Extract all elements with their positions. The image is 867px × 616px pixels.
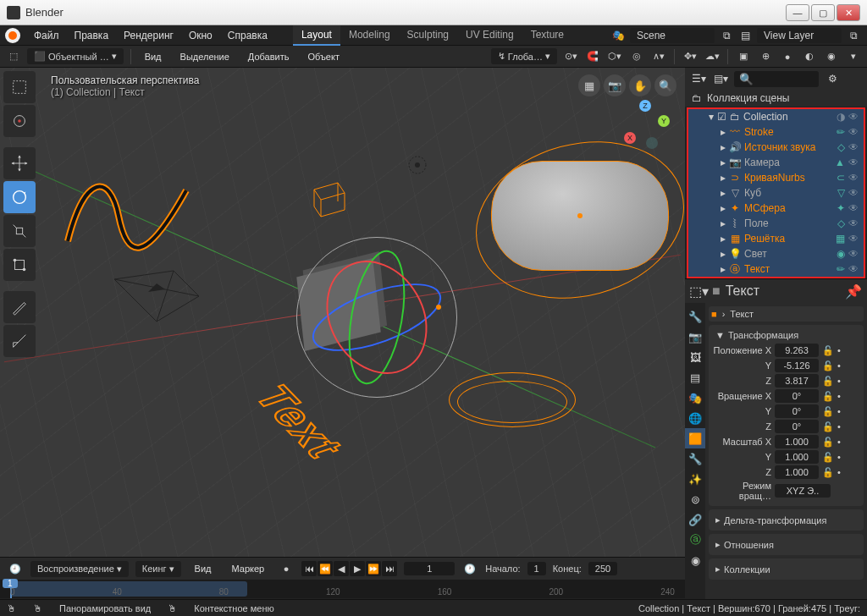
tab-object[interactable]: 🟧 bbox=[685, 428, 705, 448]
scale-z-field[interactable]: 1.000 bbox=[775, 465, 819, 479]
rot-y-field[interactable]: 0° bbox=[775, 404, 819, 418]
zoom-icon[interactable]: 🔍 bbox=[654, 74, 676, 96]
pan-icon[interactable]: ✋ bbox=[629, 74, 651, 96]
rot-x-field[interactable]: 0° bbox=[775, 389, 819, 403]
hdr-select[interactable]: Выделение bbox=[174, 49, 236, 64]
new-scene-icon[interactable]: ⧉ bbox=[718, 27, 735, 44]
transform-panel-header[interactable]: ▼ Трансформация bbox=[712, 328, 860, 342]
metaball-object[interactable] bbox=[491, 161, 669, 271]
tab-constraint[interactable]: 🔗 bbox=[685, 509, 705, 530]
rot-z-field[interactable]: 0° bbox=[775, 420, 819, 433]
delta-panel-header[interactable]: ▸ Дельта-трансформация bbox=[712, 513, 860, 527]
hdr-add[interactable]: Добавить bbox=[241, 49, 296, 64]
outliner-row-mball[interactable]: ▸✦МСфера✦👁 bbox=[688, 201, 864, 216]
camera-object[interactable] bbox=[106, 262, 207, 338]
outliner-row-speaker[interactable]: ▸🔊Источник звука◇👁 bbox=[688, 140, 864, 155]
outliner-row-light[interactable]: ▸💡Свет◉👁 bbox=[688, 246, 864, 261]
play-reverse-icon[interactable]: ◀ bbox=[334, 561, 349, 576]
snap-dropdown-icon[interactable]: ⬡▾ bbox=[606, 48, 623, 65]
lattice-object[interactable] bbox=[309, 178, 350, 218]
gizmo-vis-icon[interactable]: ✥▾ bbox=[682, 48, 699, 65]
scale-x-field[interactable]: 1.000 bbox=[775, 435, 819, 448]
tab-physics[interactable]: ⊚ bbox=[685, 489, 705, 509]
tool-rotate[interactable] bbox=[3, 181, 36, 213]
data-icon[interactable]: ✦ bbox=[837, 202, 845, 214]
shade-solid-icon[interactable]: ● bbox=[779, 48, 796, 65]
data-icon[interactable]: ◉ bbox=[837, 248, 845, 260]
tool-measure[interactable] bbox=[3, 325, 36, 357]
outliner-type-icon[interactable]: ☰▾ bbox=[690, 70, 707, 87]
data-icon[interactable]: ✏ bbox=[837, 126, 845, 138]
playback-dropdown[interactable]: Воспроизведение▾ bbox=[30, 561, 129, 577]
eye-icon[interactable]: 👁 bbox=[848, 126, 859, 138]
props-type-icon[interactable]: ⬚▾ bbox=[690, 283, 707, 300]
mode-dropdown[interactable]: ⬛Объектный …▾ bbox=[27, 48, 124, 64]
outliner-row-camera[interactable]: ▸📷Камера▲👁 bbox=[688, 155, 864, 170]
relations-panel-header[interactable]: ▸ Отношения bbox=[712, 537, 860, 552]
jump-end-icon[interactable]: ⏭ bbox=[382, 561, 397, 576]
data-icon[interactable]: ⊂ bbox=[837, 172, 845, 184]
outliner-search-input[interactable] bbox=[734, 71, 819, 87]
play-icon[interactable]: ▶ bbox=[350, 561, 365, 576]
start-frame-field[interactable]: 1 bbox=[527, 562, 546, 575]
timeline-view[interactable]: Вид bbox=[188, 561, 218, 576]
eye-icon[interactable]: 👁 bbox=[848, 217, 859, 229]
timeline-track[interactable]: 1 04080120160200240 bbox=[0, 580, 685, 598]
outliner-row-mesh[interactable]: ▸▽Куб▽👁 bbox=[688, 185, 864, 201]
outliner-row-curve[interactable]: ▸⊃КриваяNurbs⊂👁 bbox=[688, 170, 864, 185]
outliner-row-text[interactable]: ▸ⓐТекст✏👁 bbox=[688, 261, 864, 277]
shade-wire-icon[interactable]: ⊕ bbox=[757, 48, 774, 65]
autokey-icon[interactable]: ● bbox=[278, 560, 295, 577]
proportional-icon[interactable]: ◎ bbox=[628, 48, 645, 65]
keying-dropdown[interactable]: Кеинг▾ bbox=[135, 561, 181, 577]
menu-window[interactable]: Окно bbox=[182, 27, 219, 44]
axis-x[interactable]: X bbox=[624, 132, 636, 144]
outliner-filter-icon[interactable]: ⚙ bbox=[824, 70, 841, 87]
nav-gizmo[interactable]: Z Y X bbox=[621, 100, 668, 147]
ws-layout[interactable]: Layout bbox=[293, 25, 340, 46]
eye-icon[interactable]: 👁 bbox=[848, 172, 859, 184]
keyframe-next-icon[interactable]: ⏩ bbox=[366, 561, 381, 576]
clock-icon[interactable]: 🕐 bbox=[461, 560, 478, 577]
ws-uv[interactable]: UV Editing bbox=[457, 25, 522, 46]
data-icon[interactable]: ▲ bbox=[835, 157, 845, 168]
tab-render[interactable]: 📷 bbox=[685, 327, 705, 347]
menu-edit[interactable]: Правка bbox=[68, 27, 116, 44]
jump-start-icon[interactable]: ⏮ bbox=[301, 561, 317, 576]
data-icon[interactable]: ✏ bbox=[837, 263, 845, 275]
tab-data[interactable]: ⓐ bbox=[685, 530, 705, 550]
pos-y-field[interactable]: -5.126 bbox=[775, 359, 819, 372]
data-icon[interactable]: ▽ bbox=[837, 187, 845, 199]
window-close-button[interactable]: ✕ bbox=[837, 4, 860, 21]
tab-particles[interactable]: ✨ bbox=[685, 469, 705, 489]
eye-icon[interactable]: 👁 bbox=[848, 263, 859, 275]
window-minimize-button[interactable]: — bbox=[786, 4, 809, 21]
ws-modeling[interactable]: Modeling bbox=[340, 25, 399, 46]
rot-mode-dropdown[interactable]: XYZ Э.. bbox=[775, 484, 831, 498]
hdr-view[interactable]: Вид bbox=[138, 49, 168, 64]
current-frame-field[interactable]: 1 bbox=[404, 562, 455, 575]
rotate-gizmo[interactable] bbox=[296, 237, 457, 398]
empty-object[interactable] bbox=[436, 305, 441, 310]
ws-sculpting[interactable]: Sculpting bbox=[399, 25, 457, 46]
viewport-3d[interactable]: Пользовательская перспектива (1) Collect… bbox=[0, 68, 685, 557]
eye-icon[interactable]: 👁 bbox=[848, 202, 859, 214]
scene-browse-icon[interactable]: 🎭 bbox=[610, 27, 627, 44]
tab-tool[interactable]: 🔧 bbox=[685, 306, 705, 327]
axis-neg[interactable] bbox=[646, 137, 658, 149]
lock-icon[interactable]: 🔓 bbox=[822, 345, 834, 356]
pin-icon[interactable]: 📌 bbox=[845, 283, 862, 300]
scene-name-field[interactable]: Scene bbox=[630, 28, 715, 43]
eye-icon[interactable]: 👁 bbox=[848, 233, 859, 245]
end-frame-field[interactable]: 250 bbox=[588, 562, 617, 575]
outliner-row-force[interactable]: ▸⦚Поле◇👁 bbox=[688, 216, 864, 231]
tab-viewlayer[interactable]: ▤ bbox=[685, 367, 705, 388]
ws-texture[interactable]: Texture bbox=[522, 25, 572, 46]
menu-render[interactable]: Рендеринг bbox=[117, 27, 180, 44]
outliner-row-stroke[interactable]: ▸〰Stroke✏👁 bbox=[688, 124, 864, 140]
axis-y[interactable]: Y bbox=[658, 115, 670, 127]
tab-material[interactable]: ◉ bbox=[685, 550, 705, 570]
tab-output[interactable]: 🖼 bbox=[685, 347, 705, 367]
eye-icon[interactable]: 👁 bbox=[848, 157, 859, 168]
hdr-object[interactable]: Объект bbox=[301, 49, 345, 64]
